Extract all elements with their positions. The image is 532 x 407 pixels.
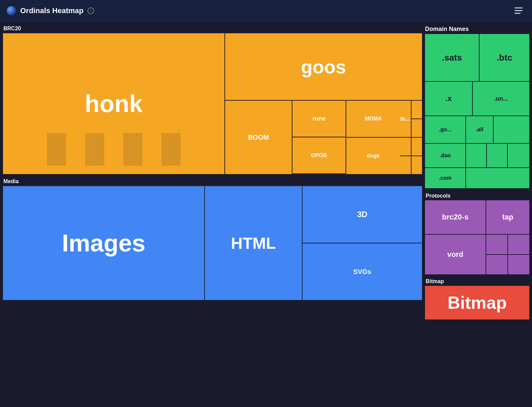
protocols-section: Protocols brc20-s tap vord xyxy=(425,192,529,274)
domain-com-cell[interactable]: .com xyxy=(425,168,465,188)
media-label: Media xyxy=(3,177,422,186)
domain-sats-cell[interactable]: .sats xyxy=(425,34,479,81)
logo-icon xyxy=(7,6,16,15)
domain-all-text: .all xyxy=(476,127,483,133)
domain-go-cell[interactable]: .go... xyxy=(425,116,465,143)
menu-line-3 xyxy=(515,13,521,14)
domain-row-3: .go... .all xyxy=(425,116,529,143)
domain-dao-cell[interactable]: .dao xyxy=(425,144,465,167)
brc20-doge-text: doge xyxy=(367,153,380,159)
brc20-section: BRC20 honk ▐▌▐▌▐▌▐▌ goos xyxy=(3,24,422,174)
brc20-boom-text: BOOM xyxy=(248,134,269,141)
brc20-mid-col: rune OPOB xyxy=(292,101,346,174)
domain-grid: .sats .btc .x .un... .go... xyxy=(425,34,529,189)
media-images-cell[interactable]: Images xyxy=(3,186,205,300)
protocol-mini-2[interactable] xyxy=(508,235,529,254)
header: Ordinals Heatmap i xyxy=(0,0,532,22)
brc20-moma-text: MOMA xyxy=(365,116,382,122)
brc20-tiny-3[interactable] xyxy=(400,138,411,156)
brc20-honk-cell[interactable]: honk ▐▌▐▌▐▌▐▌ xyxy=(3,33,225,174)
menu-line-2 xyxy=(515,10,523,11)
protocols-row-2: vord xyxy=(425,235,529,274)
bitmap-text: Bitmap xyxy=(448,293,507,313)
app-title: Ordinals Heatmap xyxy=(20,6,83,15)
brc20-bl-text: BL... xyxy=(400,116,411,122)
brc20-tiny-6[interactable] xyxy=(412,156,422,174)
protocol-mini-3[interactable] xyxy=(486,255,507,274)
domain-row-2: .x .un... xyxy=(425,82,529,115)
brc20-boom-cell[interactable]: BOOM xyxy=(225,101,292,174)
bitmap-cell[interactable]: Bitmap xyxy=(425,286,529,319)
media-svgs-cell[interactable]: SVGs xyxy=(303,243,422,300)
brc20-goos-cell[interactable]: goos xyxy=(225,33,422,101)
watermark: ▐▌▐▌▐▌▐▌ xyxy=(37,133,190,164)
brc20-doge-cell[interactable]: doge xyxy=(346,138,400,174)
info-icon[interactable]: i xyxy=(87,7,94,14)
domain-x-cell[interactable]: .x xyxy=(425,82,472,115)
brc20-rune-cell[interactable]: rune xyxy=(292,101,346,137)
protocols-mini-grid xyxy=(486,235,529,274)
brc20-honk-text: honk xyxy=(85,90,143,117)
brc20-treemap: honk ▐▌▐▌▐▌▐▌ goos BOOM xyxy=(3,33,422,174)
protocol-tap-cell[interactable]: tap xyxy=(486,200,529,234)
brc20-tiny-2[interactable] xyxy=(412,119,422,137)
brc20-goos-text: goos xyxy=(301,56,346,78)
domain-row-1: .sats .btc xyxy=(425,34,529,81)
domain-extra4a-cell[interactable] xyxy=(466,144,486,167)
bitmap-label: Bitmap xyxy=(425,277,529,286)
media-html-cell[interactable]: HTML xyxy=(205,186,303,300)
right-panel: Domain Names .sats .btc .x .un... xyxy=(425,24,529,404)
protocol-vord-cell[interactable]: vord xyxy=(425,235,486,274)
left-panel: BRC20 honk ▐▌▐▌▐▌▐▌ goos xyxy=(3,24,422,404)
brc20-opob-cell[interactable]: OPOB xyxy=(292,137,346,174)
domain-extra3-cell[interactable] xyxy=(494,116,529,143)
domain-all-cell[interactable]: .all xyxy=(466,116,493,143)
domain-extra5a-cell[interactable] xyxy=(466,168,529,188)
brc20-small-grid: BL... xyxy=(400,101,422,174)
protocols-row-1: brc20-s tap xyxy=(425,200,529,234)
header-left: Ordinals Heatmap i xyxy=(7,6,94,15)
protocols-grid: brc20-s tap vord xyxy=(425,200,529,274)
protocol-vord-text: vord xyxy=(447,250,463,259)
protocol-brc20s-text: brc20-s xyxy=(442,213,468,222)
brc20-tiny-4[interactable] xyxy=(412,138,422,156)
protocols-label: Protocols xyxy=(425,192,529,200)
domain-btc-text: .btc xyxy=(497,53,512,63)
brc20-opob-text: OPOB xyxy=(311,152,327,159)
protocol-brc20s-cell[interactable]: brc20-s xyxy=(425,200,486,234)
protocol-tap-text: tap xyxy=(502,213,513,222)
brc20-tiny-5[interactable] xyxy=(400,156,411,174)
media-treemap: Images HTML 3D SVGs xyxy=(3,186,422,300)
brc20-bl-cell[interactable]: BL... xyxy=(400,101,411,137)
media-html-text: HTML xyxy=(231,234,276,252)
brc20-moma-doge-col: MOMA doge xyxy=(346,101,400,174)
domain-section: Domain Names .sats .btc .x .un... xyxy=(425,24,529,189)
domain-row-4: .dao xyxy=(425,144,529,167)
brc20-tiny-1[interactable] xyxy=(412,101,422,118)
domain-extra4c-cell[interactable] xyxy=(508,144,529,167)
brc20-label: BRC20 xyxy=(3,24,422,33)
domain-un-cell[interactable]: .un... xyxy=(473,82,529,115)
domain-un-text: .un... xyxy=(494,95,508,102)
domain-btc-cell[interactable]: .btc xyxy=(480,34,529,81)
menu-button[interactable] xyxy=(512,5,525,16)
domain-sats-text: .sats xyxy=(442,53,462,63)
media-svgs-text: SVGs xyxy=(353,268,371,276)
domain-names-label: Domain Names xyxy=(425,24,529,34)
domain-x-text: .x xyxy=(446,94,452,103)
brc20-rune-text: rune xyxy=(312,115,325,122)
media-section: Media Images HTML 3D SVGs xyxy=(3,177,422,404)
brc20-lower: BOOM rune OPOB xyxy=(225,101,422,174)
domain-extra4b-cell[interactable] xyxy=(487,144,507,167)
protocol-mini-1[interactable] xyxy=(486,235,507,254)
brc20-moma-cell[interactable]: MOMA xyxy=(346,101,400,138)
main-content: BRC20 honk ▐▌▐▌▐▌▐▌ goos xyxy=(0,22,532,407)
menu-line-1 xyxy=(515,7,523,8)
domain-com-text: .com xyxy=(439,175,451,181)
brc20-right: goos BOOM rune xyxy=(225,33,422,174)
media-images-text: Images xyxy=(62,229,145,257)
protocol-mini-4[interactable] xyxy=(508,255,529,274)
bitmap-section: Bitmap Bitmap xyxy=(425,277,529,319)
media-3d-text: 3D xyxy=(357,210,367,219)
media-3d-cell[interactable]: 3D xyxy=(303,186,422,243)
